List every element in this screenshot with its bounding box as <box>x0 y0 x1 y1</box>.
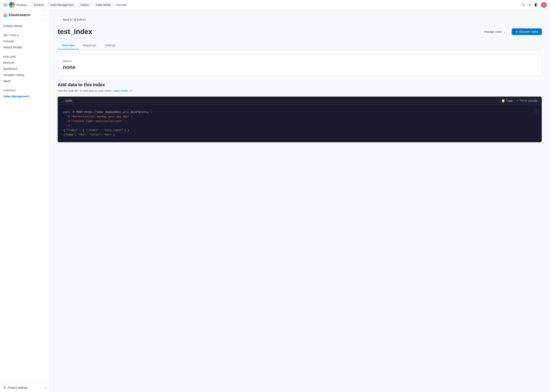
sidebar-item-index-management[interactable]: Index Management <box>0 93 49 99</box>
sidebar-section-content: Content Index Management <box>0 86 49 101</box>
search-icon[interactable]: 🔍 <box>521 3 525 7</box>
tabs: Overview Mappings Settings <box>58 41 542 49</box>
back-arrow-icon: ‹ <box>61 18 62 21</box>
code-block: ⌄ cURL 📋 Copy ↗ Try in console <box>58 97 542 142</box>
sidebar-item-getting-started[interactable]: Getting started <box>0 23 49 29</box>
sidebar-item-search-profiler[interactable]: Search Profiler <box>0 44 49 50</box>
learn-more-link[interactable]: Learn more. ↗ <box>113 89 132 92</box>
breadcrumb-content[interactable]: Content <box>32 3 46 7</box>
help-icon[interactable]: ⚙ <box>528 3 532 7</box>
header-actions: Manage index ⌄ ⊙ Discover index <box>480 28 542 35</box>
sidebar-footer[interactable]: ⚙ Project settings › <box>0 383 49 392</box>
code-collapse-icon[interactable]: ⌄ <box>62 99 64 102</box>
theme-icon[interactable]: 🌓 <box>534 3 538 7</box>
gear-icon: ⚙ <box>3 386 6 390</box>
hamburger-icon[interactable] <box>3 3 7 7</box>
logo-icon <box>9 2 15 8</box>
tab-settings[interactable]: Settings <box>100 41 120 49</box>
top-navigation: Projects › Content › Index Management › … <box>0 0 550 10</box>
sidebar-section-devtools: Dev Tools Console Search Profiler <box>0 31 49 52</box>
code-content: curl -X POST https://your_deployment_url… <box>63 110 536 137</box>
sidebar-section-title-explore: Explore <box>0 55 49 59</box>
nav-right: 🔍 ⚙ 🌓 T <box>521 2 547 8</box>
breadcrumb-indices[interactable]: Indices <box>78 3 91 7</box>
sidebar-collapse-icon[interactable]: ⌄ <box>43 13 46 17</box>
code-actions: 📋 Copy ↗ Try in console <box>501 99 538 102</box>
project-settings-label: ⚙ Project settings <box>3 386 28 390</box>
sidebar: Elasticsearch ⌄ Getting started Dev Tool… <box>0 10 49 392</box>
code-header-left: ⌄ cURL <box>62 99 73 102</box>
aliases-card: Aliases none <box>58 55 542 76</box>
discover-icon: ⊙ <box>515 30 518 33</box>
console-icon: ↗ <box>516 99 519 102</box>
add-data-section: Add data to this index Use the bulk API … <box>58 82 542 142</box>
manage-index-button[interactable]: Manage index ⌄ <box>480 28 509 35</box>
breadcrumb-index-details[interactable]: Index details <box>94 3 113 7</box>
discover-index-button[interactable]: ⊙ Discover index <box>512 28 542 35</box>
page-header: test_index Manage index ⌄ ⊙ Discover ind… <box>58 28 542 36</box>
app-icon <box>3 13 7 17</box>
copy-icon: 📋 <box>501 99 505 102</box>
sidebar-item-dashboard[interactable]: Dashboard <box>0 66 49 72</box>
main-layout: Elasticsearch ⌄ Getting started Dev Tool… <box>0 10 550 392</box>
expand-icon[interactable]: ⛶ <box>534 109 538 113</box>
sidebar-item-alerts[interactable]: Alerts <box>0 78 49 84</box>
sidebar-item-console[interactable]: Console <box>0 38 49 44</box>
sidebar-section-getting-started: Getting started <box>0 20 49 31</box>
add-data-title: Add data to this index <box>58 82 542 87</box>
nav-left: Projects › Content › Index Management › … <box>3 2 520 8</box>
sidebar-section-title-content: Content <box>0 89 49 93</box>
page-title: test_index <box>58 28 92 36</box>
sidebar-section-title-devtools: Dev Tools <box>0 34 49 38</box>
aliases-label: Aliases <box>63 59 537 63</box>
add-data-description: Use the bulk API to add data to your ind… <box>58 89 542 92</box>
copy-button[interactable]: 📋 Copy <box>501 99 513 102</box>
code-body: curl -X POST https://your_deployment_url… <box>58 105 542 142</box>
sidebar-item-discover[interactable]: Discover <box>0 59 49 66</box>
code-language-label: cURL <box>65 99 73 102</box>
tab-overview[interactable]: Overview <box>58 41 79 49</box>
try-in-console-button[interactable]: ↗ Try in console <box>516 99 538 102</box>
back-button[interactable]: ‹ Back to all indices <box>58 16 89 23</box>
code-header: ⌄ cURL 📋 Copy ↗ Try in console <box>58 97 542 105</box>
sidebar-footer-chevron: › <box>45 386 46 390</box>
avatar[interactable]: T <box>541 2 547 8</box>
external-link-icon: ↗ <box>129 89 132 92</box>
sidebar-item-visualize-library[interactable]: Visualize Library <box>0 72 49 78</box>
sidebar-header: Elasticsearch ⌄ <box>0 10 49 20</box>
breadcrumb: › Content › Index Management › Indices ›… <box>29 3 127 7</box>
projects-label: Projects <box>16 3 27 7</box>
breadcrumb-overview: Overview <box>116 3 127 6</box>
sidebar-section-explore: Explore Discover Dashboard Visualize Lib… <box>0 52 49 86</box>
content-area: ‹ Back to all indices test_index Manage … <box>49 10 550 392</box>
manage-chevron-icon: ⌄ <box>503 30 506 33</box>
app-name: Elasticsearch <box>3 13 30 17</box>
tab-mappings[interactable]: Mappings <box>79 41 100 49</box>
breadcrumb-index-management[interactable]: Index Management <box>48 3 76 7</box>
aliases-value: none <box>63 64 537 70</box>
